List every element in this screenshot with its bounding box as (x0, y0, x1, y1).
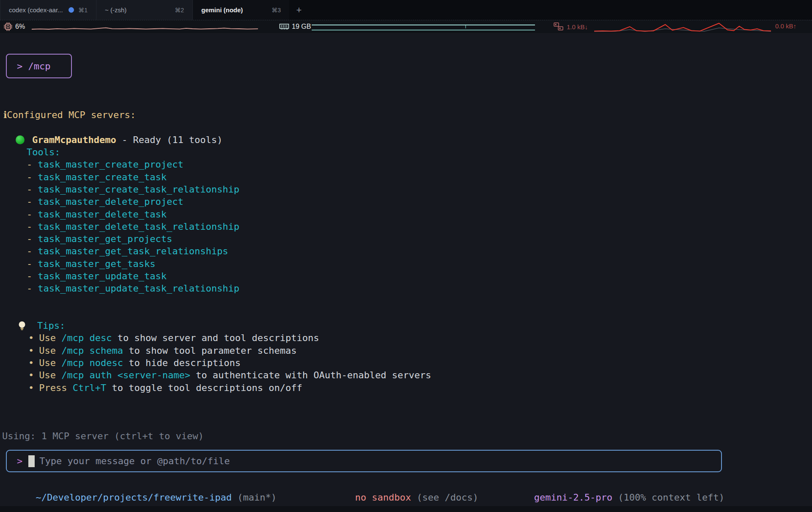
tip-item: •Use /mcp schema to show tool parameter … (0, 344, 812, 357)
tool-name: task_master_get_task_relationships (38, 246, 228, 256)
tip-lead: Use (39, 333, 61, 343)
memory-graph (312, 25, 535, 30)
tip-command: /mcp desc (61, 333, 112, 343)
dash-bullet: - (27, 246, 32, 256)
tool-name: task_master_update_task_relationship (38, 283, 239, 294)
sandbox-status: no sandbox (355, 492, 411, 503)
tool-name: task_master_create_task_relationship (38, 184, 239, 195)
tool-list-item: -task_master_delete_project (0, 195, 812, 208)
cpu-percent-label: 6% (15, 23, 25, 30)
tool-list-item: -task_master_create_task_relationship (0, 183, 812, 195)
cpu-chip-icon (3, 22, 13, 31)
tip-command: Ctrl+T (73, 383, 106, 393)
server-ready-dot-icon (16, 135, 25, 144)
tool-list-item: -task_master_delete_task_relationship (0, 220, 812, 233)
terminal-output: ℹConfigured MCP servers: GramMcpauthdemo… (0, 109, 812, 394)
tips-header-line: Tips: (0, 319, 812, 332)
tab-gemini-active[interactable]: gemini (node) ⌘3 (193, 0, 289, 20)
tip-rest: to authenticate with OAuth-enabled serve… (190, 370, 431, 380)
activity-dot-icon (69, 7, 74, 13)
network-widget: 1.0 kB↓ (553, 20, 588, 33)
command-echo-box: > /mcp (6, 54, 72, 78)
tab-codex[interactable]: codex (codex-aar... ⌘1 (0, 0, 96, 20)
tool-name: task_master_create_project (38, 159, 183, 170)
tip-rest: to hide descriptions (123, 358, 241, 368)
model-name: gemini-2.5-pro (534, 492, 612, 503)
dash-bullet: - (27, 271, 32, 281)
message-input[interactable]: > Type your message or @path/to/file (6, 450, 722, 472)
tab-zsh[interactable]: ~ (-zsh) ⌘2 (96, 0, 193, 20)
cpu-sparkline (32, 22, 258, 33)
bullet-icon: • (28, 333, 34, 343)
context-remaining: (100% context left) (612, 492, 724, 503)
dash-bullet: - (27, 159, 32, 170)
bullet-icon: • (28, 383, 34, 393)
terminal-window: codex (codex-aar... ⌘1 ~ (-zsh) ⌘2 gemin… (0, 0, 812, 512)
cli-footer: ~/Developer/projects/freewrite-ipad (mai… (0, 482, 812, 494)
tab-shortcut: ⌘3 (272, 7, 281, 14)
tip-rest: to toggle tool descriptions on/off (106, 383, 302, 393)
tool-name: task_master_create_task (38, 172, 167, 182)
tab-label: codex (codex-aar... (9, 6, 63, 14)
new-tab-button[interactable]: + (289, 0, 309, 20)
tip-lead: Press (39, 383, 72, 393)
text-cursor (28, 455, 35, 467)
tool-list-item: -task_master_get_task_relationships (0, 245, 812, 257)
tip-lead: Use (39, 345, 61, 356)
tip-lead: Use (39, 370, 61, 380)
tip-item: •Use /mcp desc to show server and tool d… (0, 332, 812, 344)
tip-command: /mcp nodesc (61, 358, 123, 368)
tool-list-item: -task_master_create_project (0, 158, 812, 171)
ram-chip-icon (279, 22, 289, 31)
tool-list-item: -task_master_get_projects (0, 233, 812, 245)
tab-label: gemini (node) (201, 6, 243, 14)
tools-label-line: Tools: (0, 146, 812, 158)
tab-label: ~ (-zsh) (105, 6, 126, 14)
network-sparkline (594, 21, 771, 33)
tip-item: •Press Ctrl+T to toggle tool description… (0, 382, 812, 394)
lightbulb-icon (18, 321, 26, 331)
server-status: - Ready (11 tools) (116, 135, 223, 145)
bullet-icon: • (28, 370, 34, 380)
dash-bullet: - (27, 184, 32, 195)
prompt-chevron: > (17, 456, 22, 466)
tool-name: task_master_update_task (38, 271, 167, 281)
system-status-bar: 6% 19 GB (0, 20, 812, 33)
servers-header-line: ℹConfigured MCP servers: (0, 109, 812, 121)
tip-rest: to show server and tool descriptions (112, 333, 319, 343)
tool-name: task_master_delete_task_relationship (38, 221, 239, 232)
dash-bullet: - (27, 196, 32, 207)
tab-shortcut: ⌘2 (175, 7, 184, 14)
dash-bullet: - (27, 172, 32, 182)
server-name: GramMcpauthdemo (32, 135, 116, 145)
window-bottom-edge (0, 506, 812, 512)
dash-bullet: - (27, 234, 32, 244)
dash-bullet: - (27, 259, 32, 269)
net-upload-label: 0.0 kB↑ (775, 22, 796, 30)
tool-list-item: -task_master_create_task (0, 171, 812, 183)
server-status-line: GramMcpauthdemo - Ready (11 tools) (0, 134, 812, 146)
tool-list-item: -task_master_get_tasks (0, 258, 812, 270)
command-echo-text: > /mcp (17, 61, 50, 72)
tools-label: Tools: (27, 147, 60, 157)
tool-list-item: -task_master_delete_task (0, 208, 812, 220)
input-placeholder: Type your message or @path/to/file (39, 456, 230, 466)
bullet-icon: • (28, 345, 34, 356)
tool-list-item: -task_master_update_task_relationship (0, 282, 812, 295)
plus-icon: + (296, 5, 302, 16)
tool-name: task_master_delete_task (38, 209, 167, 220)
tip-item: •Use /mcp auth <server-name> to authenti… (0, 369, 812, 381)
memory-label: 19 GB (292, 23, 311, 30)
bullet-icon: • (28, 358, 34, 368)
dash-bullet: - (27, 221, 32, 232)
memory-widget: 19 GB (279, 20, 311, 33)
dash-bullet: - (27, 209, 32, 220)
servers-header: Configured MCP servers: (7, 110, 136, 120)
tool-name: task_master_delete_project (38, 196, 183, 207)
tool-name: task_master_get_projects (38, 234, 172, 244)
tab-shortcut: ⌘1 (78, 7, 88, 14)
git-branch: (main*) (232, 492, 277, 503)
tip-rest: to show tool parameter schemas (123, 345, 297, 356)
sandbox-note: (see /docs) (411, 492, 478, 503)
network-icon (553, 22, 564, 32)
